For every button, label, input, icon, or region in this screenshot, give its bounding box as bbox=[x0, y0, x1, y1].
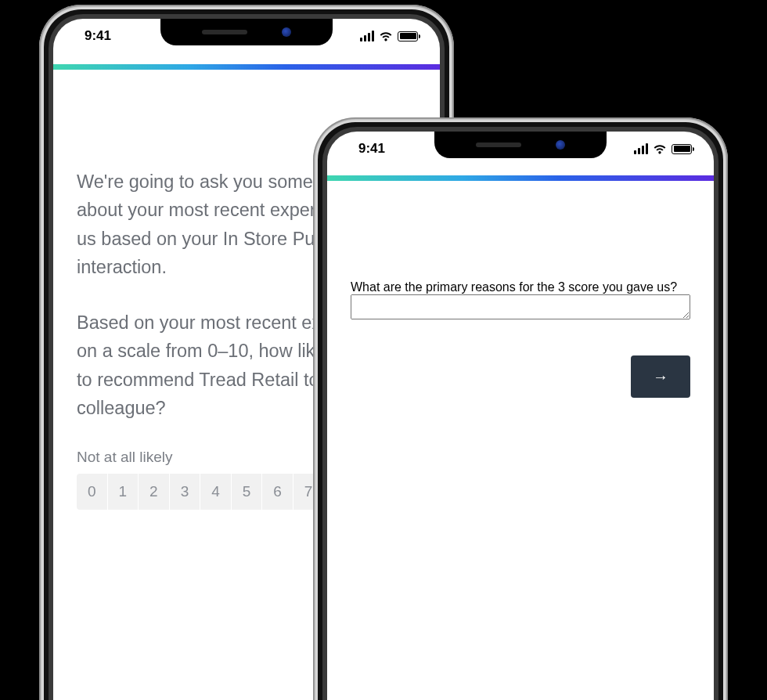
wifi-icon bbox=[653, 143, 667, 154]
nps-option-5[interactable]: 5 bbox=[232, 474, 263, 510]
battery-icon bbox=[398, 31, 418, 41]
wifi-icon bbox=[379, 31, 393, 41]
gradient-bar bbox=[327, 175, 714, 181]
nps-option-2[interactable]: 2 bbox=[139, 474, 170, 510]
survey-content: What are the primary reasons for the 3 s… bbox=[327, 280, 714, 700]
gradient-bar bbox=[53, 64, 440, 70]
status-time: 9:41 bbox=[358, 141, 385, 157]
nps-option-0[interactable]: 0 bbox=[77, 474, 108, 510]
question-text: What are the primary reasons for the 3 s… bbox=[351, 280, 690, 294]
phone-notch bbox=[434, 132, 607, 158]
phone-screen-front: 9:41 What are the primary reasons for th… bbox=[327, 132, 714, 700]
reason-textarea[interactable] bbox=[351, 294, 690, 319]
next-button[interactable]: → bbox=[631, 355, 690, 398]
front-camera bbox=[556, 140, 565, 150]
nps-option-4[interactable]: 4 bbox=[200, 474, 232, 510]
speaker-slot bbox=[476, 143, 521, 147]
phone-notch bbox=[160, 19, 333, 45]
nps-option-6[interactable]: 6 bbox=[262, 474, 293, 510]
phone-mockup-front: 9:41 What are the primary reasons for th… bbox=[313, 117, 728, 700]
nps-option-1[interactable]: 1 bbox=[108, 474, 139, 510]
status-time: 9:41 bbox=[85, 28, 111, 44]
signal-icon bbox=[360, 31, 374, 41]
signal-icon bbox=[634, 143, 648, 154]
scale-low-label: Not at all likely bbox=[77, 449, 173, 466]
arrow-right-icon: → bbox=[653, 368, 668, 386]
front-camera bbox=[282, 27, 291, 37]
battery-icon bbox=[672, 144, 692, 154]
nps-option-3[interactable]: 3 bbox=[170, 474, 201, 510]
speaker-slot bbox=[202, 30, 247, 34]
